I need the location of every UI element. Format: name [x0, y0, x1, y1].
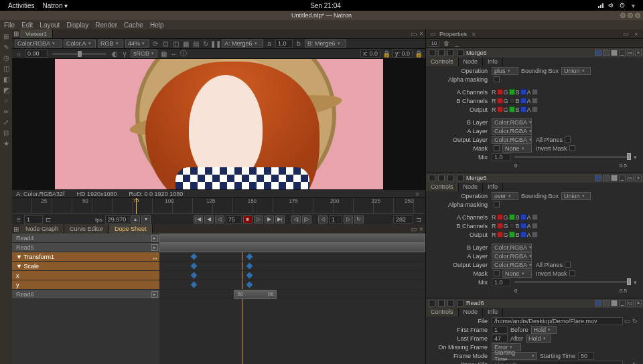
fps-up-button[interactable]: ▴	[131, 215, 140, 223]
menu-help[interactable]: Help	[150, 21, 164, 29]
tool-keyer-icon[interactable]: ○	[2, 96, 10, 104]
tab-controls[interactable]: Controls	[426, 183, 459, 191]
mix-slider[interactable]	[514, 156, 627, 158]
out-layer-dropdown[interactable]: Color.RGBA	[492, 261, 532, 269]
clip-icon[interactable]: ⊡	[161, 39, 169, 48]
expand-icon[interactable]: ▸	[151, 235, 158, 242]
range-lock2-icon[interactable]: ⊐	[415, 215, 423, 223]
a-layer-dropdown[interactable]: Color.RGBA	[492, 127, 532, 135]
tool-color-icon[interactable]: ◧	[2, 75, 10, 83]
tool-filter-icon[interactable]: ◩	[2, 86, 10, 94]
track-transform1[interactable]	[159, 252, 425, 262]
first-frame-input[interactable]: 1	[24, 215, 43, 223]
info-icon[interactable]: ⓘ	[180, 50, 188, 58]
b-layer-dropdown[interactable]: Color.RGBA	[492, 118, 532, 126]
minimize-panels-icon[interactable]: _	[453, 39, 461, 48]
help-icon[interactable]	[611, 175, 618, 181]
mix-input[interactable]: 1.0	[492, 153, 510, 161]
undock3-icon[interactable]: ▭	[429, 30, 437, 38]
alpha-dropdown[interactable]: Color.A	[64, 39, 96, 48]
last-frame-input[interactable]: 282	[393, 215, 413, 223]
a-input-dropdown[interactable]: A: Merge6	[222, 39, 263, 48]
play-fwd-button[interactable]: ▶	[265, 215, 274, 223]
sync-icon[interactable]: ⟳	[151, 39, 159, 48]
close-tab-icon[interactable]: ×	[417, 30, 425, 38]
system-tray[interactable]: ▾	[595, 2, 639, 9]
refresh-icon[interactable]: ↻	[202, 39, 210, 48]
tab-info[interactable]: Info	[483, 183, 503, 191]
expand-icon[interactable]: ▸	[151, 244, 158, 251]
last-frame-button[interactable]: ▶|	[275, 215, 285, 223]
b-layer-dropdown[interactable]: Color.RGBA	[492, 244, 532, 252]
autocontrast-icon[interactable]: ◐	[111, 50, 119, 58]
next-key-button[interactable]: |▷	[302, 215, 311, 223]
out-layer-dropdown[interactable]: Color.RGBA	[492, 136, 532, 144]
tab-node[interactable]: Node	[459, 183, 484, 191]
undock4-icon[interactable]: ▭	[622, 30, 630, 38]
tab-curve-editor[interactable]: Curve Editor	[64, 224, 109, 234]
colorspace-dropdown[interactable]: sRGB	[131, 50, 157, 58]
starting-time-input[interactable]: 50	[578, 352, 594, 360]
node-restore-icon[interactable]	[457, 175, 463, 181]
gain-input[interactable]: 0.00	[25, 50, 48, 58]
node-header[interactable]: Merge6 _ ▭ ×	[426, 48, 643, 58]
anim-menu-icon[interactable]: ▾	[631, 153, 639, 161]
step-back-button[interactable]: ◁	[215, 215, 224, 223]
float-icon[interactable]: ▭	[627, 175, 634, 181]
wipe-dir-icon[interactable]: ↔	[169, 50, 177, 58]
roi-icon[interactable]: ▦	[182, 39, 190, 48]
all-planes-checkbox[interactable]	[565, 262, 571, 268]
overlay-r-icon[interactable]	[595, 175, 601, 181]
mask-dropdown[interactable]: None	[502, 270, 532, 278]
before-dropdown[interactable]: Hold	[531, 326, 557, 334]
node-restore-icon[interactable]	[457, 50, 463, 56]
tool-image-icon[interactable]: ⊞	[2, 32, 10, 40]
proxy-icon[interactable]: ◫	[171, 39, 180, 48]
menu-file[interactable]: File	[4, 21, 15, 29]
bbox-dropdown[interactable]: Union	[561, 192, 591, 200]
incr-prev-button[interactable]: ◁	[318, 215, 328, 223]
overlay-r-icon[interactable]	[595, 50, 601, 56]
mix-slider[interactable]	[514, 281, 627, 283]
node-redo-icon[interactable]	[447, 175, 454, 181]
incr-next-button[interactable]: ▷	[344, 215, 353, 223]
help-icon[interactable]	[611, 50, 618, 56]
expand-icon[interactable]: ▸	[151, 291, 158, 298]
minimize-button[interactable]	[620, 13, 626, 18]
hide-icon[interactable]: _	[619, 50, 626, 56]
timeline[interactable]: 75 2550 100125 150175 200225 250 ≡ 1 ⊏ f…	[12, 197, 425, 224]
alpha-masking-checkbox[interactable]	[494, 76, 500, 82]
clip-read5[interactable]	[159, 243, 425, 252]
mask-dropdown[interactable]: None	[502, 145, 532, 153]
wipe-a-icon[interactable]: a	[265, 39, 273, 48]
frame-mode-dropdown[interactable]: Starting Time	[492, 352, 537, 360]
node-undo-icon[interactable]	[438, 50, 445, 56]
tool-other-icon[interactable]: ★	[2, 139, 10, 147]
operation-dropdown[interactable]: over	[492, 192, 518, 200]
tool-transform-icon[interactable]: ⤢	[2, 118, 10, 126]
tool-views-icon[interactable]: ⊟	[2, 128, 10, 136]
tab-node-graph[interactable]: Node Graph	[20, 224, 64, 234]
playhead[interactable]	[136, 198, 137, 214]
render-scale-icon[interactable]: ▤	[192, 39, 200, 48]
bbox-dropdown[interactable]: Union	[561, 67, 591, 75]
timeline-ruler[interactable]: 75 2550 100125 150175 200225 250	[12, 198, 425, 214]
tab-node[interactable]: Node	[459, 58, 484, 66]
close-panel-icon[interactable]: ×	[632, 30, 640, 38]
tool-draw-icon[interactable]: ✎	[2, 43, 10, 51]
dope-row-read5[interactable]: Read5▸	[12, 243, 159, 252]
tool-channel-icon[interactable]: ◫	[2, 64, 10, 72]
tool-merge-icon[interactable]: ∞	[2, 107, 10, 115]
pause-icon[interactable]: ❚❚	[212, 39, 220, 48]
node-header[interactable]: Merge5 _ ▭ ×	[426, 173, 643, 183]
keyframe[interactable]	[190, 254, 197, 260]
tool-time-icon[interactable]: ◷	[2, 54, 10, 62]
menu-render[interactable]: Render	[95, 21, 117, 29]
viewer-canvas[interactable]	[12, 59, 425, 189]
node-color-icon[interactable]	[429, 175, 435, 181]
node-redo-icon[interactable]	[447, 50, 454, 56]
hide-icon[interactable]: _	[619, 175, 626, 181]
after-dropdown[interactable]: Hold	[526, 335, 551, 343]
close-tab2-icon[interactable]: ×	[417, 225, 425, 233]
menu-icon[interactable]: ≡	[15, 215, 23, 223]
